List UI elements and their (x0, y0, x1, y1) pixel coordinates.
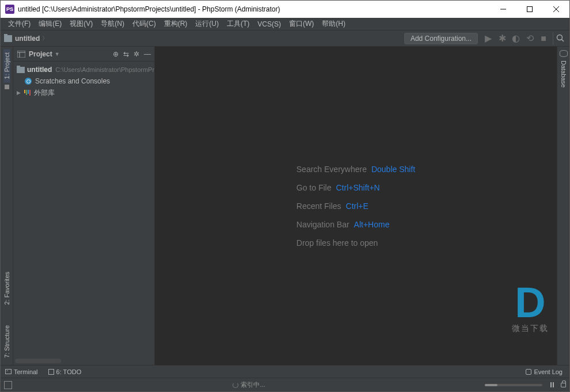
menu-run[interactable]: 运行(U) (191, 18, 223, 30)
menu-refactor[interactable]: 重构(R) (160, 18, 192, 30)
project-tree: untitled C:\Users\Administrator\Phpstorm… (13, 62, 154, 101)
hint-navbar-key: Alt+Home (354, 220, 390, 229)
status-message: 索引中... (18, 380, 480, 389)
folder-icon (4, 35, 12, 42)
svg-line-5 (562, 40, 564, 42)
menu-navigate[interactable]: 导航(N) (97, 18, 128, 30)
tab-event-log-label: Event Log (534, 368, 563, 375)
hint-recent-label: Recent Files (297, 201, 341, 211)
tree-root-path: C:\Users\Administrator\PhpstormProjects\… (55, 66, 154, 73)
menu-edit[interactable]: 编辑(E) (35, 18, 66, 30)
gear-icon[interactable]: ✲ (134, 50, 139, 58)
hint-drop-label: Drop files here to open (297, 238, 378, 248)
svg-rect-1 (527, 7, 533, 12)
horizontal-scrollbar[interactable] (15, 359, 61, 363)
menu-view[interactable]: 视图(V) (66, 18, 97, 30)
tree-external-label: 外部库 (34, 88, 55, 98)
profiler-icon[interactable]: ⟲ (523, 32, 536, 45)
tab-terminal-label: Terminal (14, 368, 38, 375)
hint-gotofile-key: Ctrl+Shift+N (336, 183, 379, 192)
window-titlebar: PS untitled [C:\Users\Administrator\Phps… (1, 1, 569, 18)
breadcrumb-root[interactable]: untitled (15, 35, 40, 43)
coverage-icon[interactable]: ◐ (510, 32, 522, 45)
tab-event-log[interactable]: Event Log (526, 368, 563, 375)
window-title: untitled [C:\Users\Administrator\Phpstor… (18, 5, 490, 13)
status-indexing-text: 索引中... (241, 381, 265, 388)
hint-recent-key: Ctrl+E (346, 201, 368, 211)
project-view-icon (17, 50, 26, 58)
tab-todo[interactable]: 6: TODO (48, 368, 82, 375)
maximize-button[interactable] (516, 1, 543, 18)
right-tool-stripe: Database (557, 47, 569, 365)
todo-icon (48, 369, 54, 375)
event-log-icon (526, 369, 531, 375)
tree-scratches-label: Scratches and Consoles (35, 77, 110, 85)
chevron-down-icon[interactable]: ▼ (55, 51, 60, 57)
folder-icon (17, 67, 25, 73)
expand-arrow-icon[interactable]: ▶ (17, 90, 22, 96)
collapse-icon[interactable]: ⇆ (123, 50, 129, 58)
app-icon: PS (5, 5, 14, 14)
project-panel-header: Project ▼ ⊕ ⇆ ✲ — (13, 47, 154, 62)
stripe-structure[interactable]: 7: Structure (3, 322, 10, 361)
stop-icon[interactable]: ■ (537, 32, 550, 45)
stripe-project[interactable]: 1: Project (3, 49, 10, 82)
stripe-database[interactable]: Database (560, 57, 567, 91)
menu-vcs[interactable]: VCS(S) (253, 19, 285, 29)
debug-icon[interactable]: ✱ (496, 32, 508, 45)
spinner-icon (233, 382, 238, 388)
menu-file[interactable]: 文件(F) (4, 18, 35, 30)
watermark-logo: D (512, 284, 549, 322)
terminal-icon (5, 369, 12, 374)
svg-rect-6 (17, 51, 25, 58)
tree-root-name: untitled (27, 66, 52, 74)
close-button[interactable] (543, 1, 569, 18)
minimize-button[interactable] (490, 1, 516, 18)
hint-search-label: Search Everywhere (297, 165, 367, 174)
database-icon (560, 50, 568, 57)
watermark-text: 微当下载 (512, 324, 549, 334)
editor-hints: Search EverywhereDouble Shift Go to File… (297, 155, 415, 257)
watermark: D 微当下载 (512, 284, 549, 334)
lock-icon[interactable] (561, 383, 566, 387)
tree-scratches[interactable]: Scratches and Consoles (13, 75, 154, 87)
progress-fill (485, 384, 497, 386)
menu-code[interactable]: 代码(C) (128, 18, 160, 30)
tree-root[interactable]: untitled C:\Users\Administrator\Phpstorm… (13, 64, 154, 75)
tab-terminal[interactable]: Terminal (5, 368, 38, 375)
stripe-marker-icon (5, 85, 9, 89)
hide-icon[interactable]: — (144, 50, 151, 58)
project-tool-window: Project ▼ ⊕ ⇆ ✲ — untitled C:\Users\Admi… (13, 47, 155, 365)
chevron-right-icon: 〉 (42, 35, 48, 43)
tool-windows-toggle-icon[interactable] (4, 381, 12, 389)
tree-external-libs[interactable]: ▶ 外部库 (13, 87, 154, 98)
svg-point-4 (557, 35, 563, 40)
hint-gotofile-label: Go to File (297, 183, 332, 192)
run-icon[interactable]: ▶ (482, 32, 495, 45)
menu-bar: 文件(F) 编辑(E) 视图(V) 导航(N) 代码(C) 重构(R) 运行(U… (1, 18, 569, 31)
left-tool-stripe: 1: Project 2: Favorites 7: Structure (1, 47, 13, 365)
menu-window[interactable]: 窗口(W) (285, 18, 318, 30)
status-bar: 索引中... (1, 378, 569, 391)
tab-todo-label: 6: TODO (56, 368, 82, 375)
hint-search-key: Double Shift (371, 165, 415, 174)
pause-icon[interactable] (550, 382, 554, 387)
search-icon[interactable] (553, 32, 565, 45)
menu-tools[interactable]: 工具(T) (223, 18, 253, 30)
add-configuration-button[interactable]: Add Configuration... (404, 33, 478, 44)
menu-help[interactable]: 帮助(H) (318, 18, 349, 30)
locate-icon[interactable]: ⊕ (113, 50, 119, 58)
progress-bar[interactable] (485, 384, 542, 386)
navigation-bar: untitled 〉 Add Configuration... ▶ ✱ ◐ ⟲ … (1, 31, 569, 47)
stripe-favorites[interactable]: 2: Favorites (3, 268, 10, 308)
editor-empty-area[interactable]: Search EverywhereDouble Shift Go to File… (155, 47, 557, 365)
library-icon (24, 90, 31, 96)
bottom-tool-stripe: Terminal 6: TODO Event Log (1, 365, 569, 378)
hint-navbar-label: Navigation Bar (297, 220, 349, 229)
project-panel-title[interactable]: Project (29, 50, 52, 58)
scratches-icon (25, 78, 32, 85)
